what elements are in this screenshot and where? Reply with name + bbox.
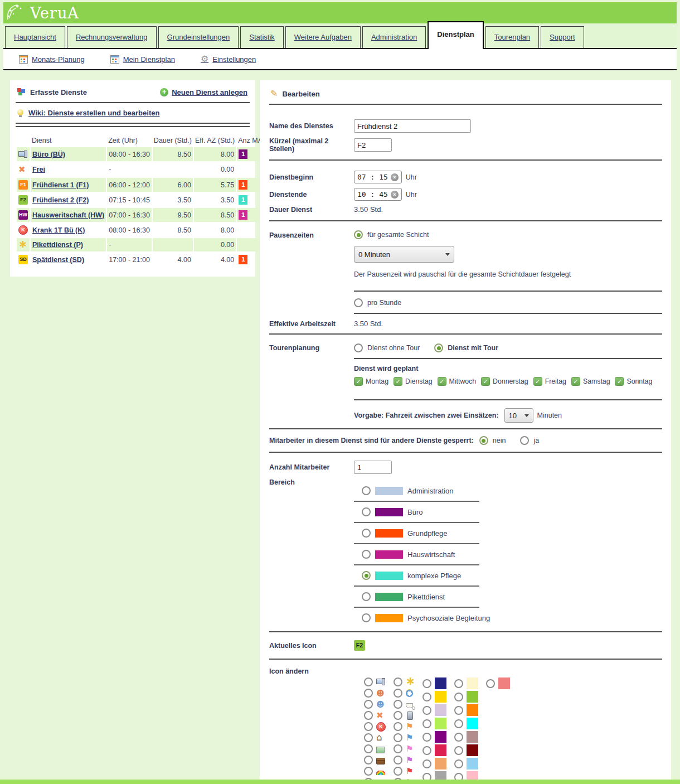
radio-icon-phone[interactable] — [394, 711, 402, 720]
radio-bereich-administration[interactable] — [362, 486, 371, 495]
radio-icon-coffee[interactable] — [394, 700, 402, 709]
tab-hauptansicht[interactable]: Hauptansicht — [5, 26, 65, 48]
cross-icon: ✖ — [18, 164, 26, 175]
radio-icon-house[interactable] — [364, 733, 373, 742]
kuerzel-input[interactable] — [354, 138, 392, 152]
chevron-down-icon — [524, 414, 529, 417]
radio-fuer-gesamte-schicht[interactable] — [354, 230, 363, 239]
radio-icon-chest[interactable] — [364, 756, 373, 764]
radio-color[interactable] — [454, 719, 463, 728]
service-link[interactable]: Frühdienst 1 (F1) — [32, 181, 89, 189]
service-link[interactable]: Hausweritschaft (HW) — [32, 211, 104, 219]
wiki-link[interactable]: Wiki: Dienste erstellen und bearbeiten — [28, 109, 159, 117]
person-clock-orange-icon — [376, 689, 385, 698]
subnav-mein-dienstplan[interactable]: Mein Dienstplan — [110, 55, 175, 64]
radio-gesperrt-nein[interactable] — [479, 436, 488, 445]
checkbox-sonntag[interactable] — [615, 377, 624, 386]
tab-statistik[interactable]: Statistik — [240, 26, 284, 48]
radio-color[interactable] — [454, 733, 463, 742]
color-column-2 — [454, 677, 478, 784]
radio-bereich-pikettdienst[interactable] — [362, 592, 371, 601]
col-dienst: Dienst — [31, 135, 106, 146]
divider — [354, 501, 479, 502]
pause-minutes-select[interactable]: 0 Minuten — [354, 246, 454, 263]
radio-color[interactable] — [486, 679, 495, 688]
checkbox-samstag[interactable] — [571, 377, 580, 386]
service-link[interactable]: Krank 1T Bü (K) — [32, 226, 85, 234]
minuten-suffix: Minuten — [537, 412, 562, 419]
count-badge: 1 — [239, 180, 247, 190]
service-link[interactable]: Büro (BÜ) — [32, 151, 65, 158]
radio-dienst-ohne-tour[interactable] — [354, 343, 363, 352]
fahrzeit-select[interactable]: 10 — [504, 408, 533, 423]
tab-administration[interactable]: Administration — [362, 26, 426, 48]
radio-color[interactable] — [454, 693, 463, 701]
house-icon — [376, 733, 385, 742]
radio-color[interactable] — [454, 706, 463, 715]
edit-panel: ✎ Bearbeiten Name des Dienstes Kürzel (m… — [260, 80, 671, 784]
tab-rechnungsverwaltung[interactable]: Rechnungsverwaltung — [67, 26, 157, 48]
radio-icon-rainbow[interactable] — [364, 767, 373, 776]
radio-bereich-hauswirtschaft[interactable] — [362, 550, 371, 559]
subnav-einstellungen[interactable]: ⚙ Einstellungen — [201, 55, 256, 64]
radio-bereich-komplexe-pflege[interactable] — [362, 571, 371, 580]
checkbox-freitag[interactable] — [533, 377, 542, 386]
radio-icon-krank[interactable] — [364, 722, 373, 731]
radio-bereich-psychosoziale[interactable] — [362, 613, 371, 622]
uhr-suffix: Uhr — [406, 191, 417, 199]
tab-grundeinstellungen[interactable]: Grundeinstellungen — [158, 26, 239, 48]
radio-icon-computer[interactable] — [364, 677, 373, 686]
dienstende-input[interactable]: 10 : 45 × — [354, 188, 402, 201]
new-service-link[interactable]: Neuen Dienst anlegen — [172, 88, 247, 96]
service-link[interactable]: Frei — [32, 166, 45, 173]
service-link[interactable]: Frühdienst 2 (F2) — [32, 196, 89, 204]
gear-icon: ⚙ — [201, 55, 208, 64]
radio-bereich-grundpflege[interactable] — [362, 529, 371, 538]
radio-color[interactable] — [454, 746, 463, 755]
sub-nav: Monats-Planung Mein Dienstplan ⚙ Einstel… — [3, 49, 677, 70]
radio-pro-stunde[interactable] — [354, 298, 363, 307]
tab-support[interactable]: Support — [541, 26, 584, 48]
krank-circle-icon: K — [18, 225, 28, 235]
radio-color[interactable] — [454, 759, 463, 768]
radio-icon-asterisk[interactable] — [394, 677, 402, 686]
radio-icon-flag-red[interactable] — [394, 767, 402, 776]
name-input[interactable] — [354, 119, 471, 133]
radio-icon-alarm[interactable] — [394, 689, 402, 698]
clear-time-icon[interactable]: × — [391, 191, 399, 199]
service-link[interactable]: Pikettdienst (P) — [32, 241, 83, 249]
color-swatch — [375, 550, 403, 559]
tab-tourenplan[interactable]: Tourenplan — [485, 26, 539, 48]
radio-color[interactable] — [422, 679, 431, 688]
radio-icon-person-clock-blue[interactable] — [364, 700, 373, 709]
radio-color[interactable] — [454, 679, 463, 688]
radio-icon-cross[interactable] — [364, 711, 373, 720]
checkbox-dienstag[interactable] — [394, 377, 402, 386]
radio-icon-flag-orange[interactable] — [394, 722, 402, 731]
radio-color[interactable] — [422, 733, 431, 742]
radio-color[interactable] — [422, 719, 431, 728]
radio-icon-picture[interactable] — [364, 744, 373, 753]
radio-color[interactable] — [422, 693, 431, 701]
checkbox-donnerstag[interactable] — [481, 377, 490, 386]
clear-time-icon[interactable]: × — [391, 173, 399, 181]
color-swatch — [467, 691, 478, 703]
radio-icon-flag-pink[interactable] — [394, 744, 402, 753]
dienstbeginn-input[interactable]: 07 : 15 × — [354, 171, 402, 183]
subnav-monats-planung[interactable]: Monats-Planung — [19, 55, 85, 64]
checkbox-mittwoch[interactable] — [438, 377, 446, 386]
tab-dienstplan-active[interactable]: Dienstplan — [428, 21, 483, 49]
radio-icon-person-clock-orange[interactable] — [364, 689, 373, 698]
tab-weitere-aufgaben[interactable]: Weitere Aufgaben — [285, 26, 361, 48]
service-link[interactable]: Spätdienst (SD) — [32, 256, 84, 264]
radio-gesperrt-ja[interactable] — [520, 436, 529, 445]
radio-dienst-mit-tour[interactable] — [434, 343, 443, 352]
radio-icon-flag-violet[interactable] — [394, 756, 402, 764]
radio-color[interactable] — [422, 759, 431, 768]
checkbox-montag[interactable] — [354, 377, 363, 386]
anzahl-mitarbeiter-input[interactable] — [354, 461, 392, 474]
radio-color[interactable] — [422, 746, 431, 755]
radio-color[interactable] — [422, 706, 431, 715]
radio-bereich-buero[interactable] — [362, 507, 371, 516]
radio-icon-flag-blue[interactable] — [394, 733, 402, 742]
